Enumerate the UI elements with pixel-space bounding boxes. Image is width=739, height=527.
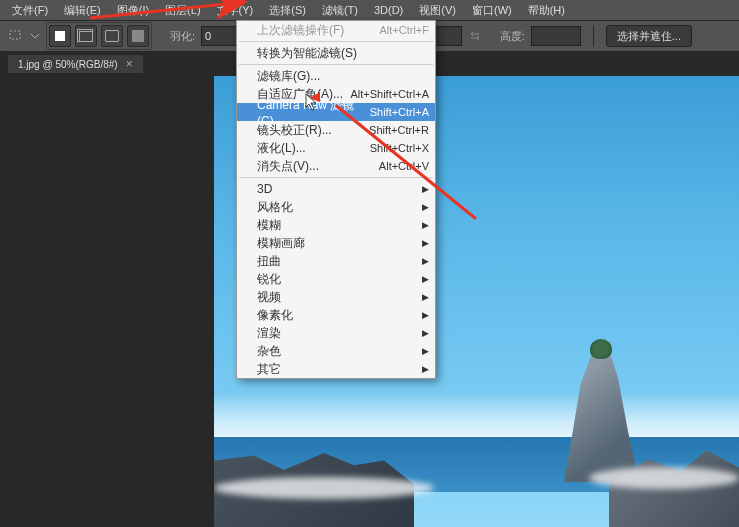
selection-subtract-button[interactable] [101, 25, 123, 47]
menu-item-label: 像素化 [257, 307, 293, 324]
dropdown-icon[interactable] [30, 31, 40, 41]
image-foam-right [589, 467, 739, 489]
menu-image[interactable]: 图像(I) [109, 1, 157, 20]
height-input[interactable] [531, 26, 581, 46]
menu-select[interactable]: 选择(S) [261, 1, 314, 20]
menu-item-label: 模糊画廊 [257, 235, 305, 252]
image-foam-left [214, 477, 434, 499]
menu-item-label: 锐化 [257, 271, 281, 288]
menu-item-label: 滤镜库(G)... [257, 68, 320, 85]
menu-item-label: 扭曲 [257, 253, 281, 270]
menu-camera-raw[interactable]: Camera Raw 滤镜(C)... Shift+Ctrl+A [237, 103, 435, 121]
document-tab[interactable]: 1.jpg @ 50%(RGB/8#) × [8, 55, 143, 73]
menu-divider [239, 177, 433, 178]
menu-item-label: 上次滤镜操作(F) [257, 22, 344, 39]
menu-item-label: 视频 [257, 289, 281, 306]
menu-file[interactable]: 文件(F) [4, 1, 56, 20]
menu-item-shortcut: Shift+Ctrl+R [369, 124, 429, 136]
svg-rect-0 [10, 31, 20, 39]
menubar: 文件(F) 编辑(E) 图像(I) 图层(L) 文字(Y) 选择(S) 滤镜(T… [0, 0, 739, 20]
selection-mode-group [46, 22, 152, 50]
menu-item-label: 杂色 [257, 343, 281, 360]
menu-item-label: 消失点(V)... [257, 158, 319, 175]
menu-video[interactable]: 视频 [237, 288, 435, 306]
menu-divider [239, 64, 433, 65]
menu-render[interactable]: 渲染 [237, 324, 435, 342]
menu-layer[interactable]: 图层(L) [157, 1, 208, 20]
menu-vanishing[interactable]: 消失点(V)... Alt+Ctrl+V [237, 157, 435, 175]
image-clouds [214, 392, 739, 442]
menu-last-filter[interactable]: 上次滤镜操作(F) Alt+Ctrl+F [237, 21, 435, 39]
menu-item-label: 渲染 [257, 325, 281, 342]
tool-indicator-icon [8, 28, 24, 44]
menu-item-label: 液化(L)... [257, 140, 306, 157]
menu-blur-gallery[interactable]: 模糊画廊 [237, 234, 435, 252]
feather-label: 羽化: [170, 29, 195, 44]
menu-noise[interactable]: 杂色 [237, 342, 435, 360]
menu-sharpen[interactable]: 锐化 [237, 270, 435, 288]
menu-blur[interactable]: 模糊 [237, 216, 435, 234]
height-label: 高度: [500, 29, 525, 44]
menu-stylize[interactable]: 风格化 [237, 198, 435, 216]
swap-icon[interactable] [468, 29, 482, 43]
tab-title: 1.jpg @ 50%(RGB/8#) [18, 59, 118, 70]
menu-text[interactable]: 文字(Y) [209, 1, 262, 20]
menu-edit[interactable]: 编辑(E) [56, 1, 109, 20]
selection-intersect-button[interactable] [127, 25, 149, 47]
menu-item-shortcut: Alt+Ctrl+F [379, 24, 429, 36]
image-tree [590, 339, 612, 359]
selection-add-button[interactable] [75, 25, 97, 47]
menu-lens-correct[interactable]: 镜头校正(R)... Shift+Ctrl+R [237, 121, 435, 139]
menu-3d[interactable]: 3D(D) [366, 2, 411, 18]
menu-window[interactable]: 窗口(W) [464, 1, 520, 20]
menu-item-label: 风格化 [257, 199, 293, 216]
menu-liquify[interactable]: 液化(L)... Shift+Ctrl+X [237, 139, 435, 157]
menu-pixelate[interactable]: 像素化 [237, 306, 435, 324]
menu-3d-sub[interactable]: 3D [237, 180, 435, 198]
menu-item-shortcut: Shift+Ctrl+A [370, 106, 429, 118]
tab-close-button[interactable]: × [126, 57, 133, 71]
menu-item-shortcut: Shift+Ctrl+X [370, 142, 429, 154]
menu-distort[interactable]: 扭曲 [237, 252, 435, 270]
menu-other[interactable]: 其它 [237, 360, 435, 378]
menu-item-label: 3D [257, 182, 272, 196]
filter-dropdown-menu: 上次滤镜操作(F) Alt+Ctrl+F 转换为智能滤镜(S) 滤镜库(G)..… [236, 20, 436, 379]
menu-help[interactable]: 帮助(H) [520, 1, 573, 20]
menu-divider [239, 41, 433, 42]
menu-filter-gallery[interactable]: 滤镜库(G)... [237, 67, 435, 85]
selection-new-button[interactable] [49, 25, 71, 47]
menu-item-label: 转换为智能滤镜(S) [257, 45, 357, 62]
menu-view[interactable]: 视图(V) [411, 1, 464, 20]
select-and-mask-button[interactable]: 选择并遮住... [606, 25, 692, 47]
menu-convert-smart[interactable]: 转换为智能滤镜(S) [237, 44, 435, 62]
menu-item-label: 其它 [257, 361, 281, 378]
menu-item-label: 镜头校正(R)... [257, 122, 332, 139]
menu-filter[interactable]: 滤镜(T) [314, 1, 366, 20]
feather-input[interactable] [201, 26, 237, 46]
toolbar-divider-2 [593, 25, 594, 47]
menu-item-label: 模糊 [257, 217, 281, 234]
menu-item-shortcut: Alt+Ctrl+V [379, 160, 429, 172]
